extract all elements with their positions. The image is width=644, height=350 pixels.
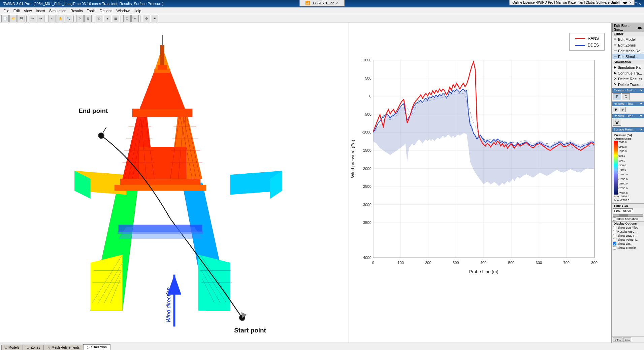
show-point-row: Show Point P... bbox=[612, 238, 644, 242]
menu-file[interactable]: File bbox=[1, 9, 11, 13]
show-log-files-checkbox[interactable] bbox=[613, 226, 616, 229]
tab-simulation[interactable]: ▷ Simulation bbox=[83, 344, 110, 350]
menu-help[interactable]: Help bbox=[132, 9, 143, 13]
eiffel-svg: Wind direction End point Start point bbox=[0, 23, 349, 343]
signal-icon: 📶 bbox=[305, 1, 310, 5]
menu-results[interactable]: Results bbox=[68, 9, 85, 13]
tb-cut[interactable]: ✂ bbox=[131, 15, 139, 22]
tb-undo[interactable]: ↩ bbox=[29, 15, 36, 22]
network-close[interactable]: ✕ bbox=[336, 1, 339, 5]
show-drag-checkbox[interactable] bbox=[613, 234, 616, 237]
results-surf-arrow: ▼ bbox=[640, 89, 643, 92]
menu-view[interactable]: View bbox=[22, 9, 34, 13]
menu-edit[interactable]: Edit bbox=[11, 9, 22, 13]
tab-mesh-icon: △ bbox=[47, 346, 50, 349]
flow-animation-checkbox[interactable] bbox=[613, 217, 616, 221]
v-btn[interactable]: V bbox=[620, 107, 626, 112]
tb-zoom[interactable]: 🔍 bbox=[65, 15, 72, 22]
show-lin-checkbox[interactable] bbox=[613, 242, 616, 245]
svg-rect-23 bbox=[132, 109, 192, 117]
app-title: RWIND 3.01 Pro - [0054_M01_Eiffel_LongTi… bbox=[3, 2, 163, 6]
edit-bar-expand[interactable]: ◀▶ bbox=[637, 26, 642, 30]
eiffel-viewport[interactable]: Wind direction End point Start point bbox=[0, 23, 349, 343]
tab-models[interactable]: □ Models bbox=[1, 345, 23, 350]
svg-text:500: 500 bbox=[365, 76, 372, 80]
edit-model-icon: ✏ bbox=[614, 37, 617, 41]
cl-btn[interactable]: Cl... bbox=[623, 338, 631, 342]
delete-results-icon: ✕ bbox=[614, 77, 617, 81]
license-bar: Online License RWIND Pro | Mahyar Kazemi… bbox=[509, 0, 635, 5]
p-icon-btn[interactable]: P bbox=[613, 93, 621, 100]
svg-text:200: 200 bbox=[425, 261, 431, 265]
tb-xray[interactable]: X bbox=[123, 15, 131, 22]
simulation-label: Simulation bbox=[612, 60, 644, 64]
scale-labels: 2000.0 1500.0 1050.0 600.0 150.0 -300.0 … bbox=[618, 141, 627, 195]
pv-buttons-row: P V bbox=[612, 106, 644, 113]
tab-models-label: Models bbox=[8, 346, 19, 349]
network-address: 172-16.0.122 bbox=[312, 1, 334, 5]
tb-rotate[interactable]: ↻ bbox=[76, 15, 84, 22]
tb-render[interactable]: ★ bbox=[151, 15, 158, 22]
tb-fit[interactable]: ⊞ bbox=[84, 15, 92, 22]
tb-solid[interactable]: ■ bbox=[104, 15, 111, 22]
tb-select[interactable]: ↖ bbox=[49, 15, 56, 22]
show-drag-label: Show Drag F... bbox=[617, 234, 637, 237]
time-step-input[interactable] bbox=[613, 208, 633, 213]
menu-simulation[interactable]: Simulation bbox=[47, 9, 68, 13]
show-transie-checkbox[interactable] bbox=[613, 246, 616, 250]
maximize-btn[interactable]: ❐ bbox=[634, 2, 638, 6]
edit-model-item[interactable]: ✏ Edit Model bbox=[612, 36, 644, 42]
svg-text:-3000: -3000 bbox=[362, 203, 371, 207]
menu-insert[interactable]: Insert bbox=[34, 9, 47, 13]
results-oth-header[interactable]: Results - Oth "... ▼ bbox=[612, 114, 644, 118]
delete-results-item[interactable]: ✕ Delete Results bbox=[612, 76, 644, 82]
menu-tools[interactable]: Tools bbox=[85, 9, 98, 13]
tab-mesh[interactable]: △ Mesh Refinements bbox=[44, 345, 83, 350]
svg-text:Probe Line (m): Probe Line (m) bbox=[469, 269, 498, 274]
close-btn[interactable]: ✕ bbox=[638, 2, 641, 6]
show-point-checkbox[interactable] bbox=[613, 238, 616, 241]
tb-new[interactable]: 📄 bbox=[1, 15, 9, 22]
tb-open[interactable]: 📂 bbox=[9, 15, 17, 22]
tb-pan[interactable]: ✋ bbox=[57, 15, 64, 22]
sim-params-item[interactable]: ▶ Simulation Pa... bbox=[612, 64, 644, 70]
tb-redo[interactable]: ↪ bbox=[37, 15, 44, 22]
menu-window[interactable]: Window bbox=[115, 9, 132, 13]
tab-models-icon: □ bbox=[5, 346, 7, 349]
results-on-c-checkbox[interactable] bbox=[613, 230, 616, 233]
svg-text:400: 400 bbox=[480, 261, 487, 265]
continue-trans-item[interactable]: ▶ Continue Tra... bbox=[612, 70, 644, 76]
edit-bar-header[interactable]: Edit Bar - Sim... ◀▶ bbox=[612, 23, 644, 32]
svg-text:-500: -500 bbox=[364, 112, 371, 116]
svg-text:-1000: -1000 bbox=[362, 130, 371, 134]
license-close[interactable]: ✕ bbox=[629, 1, 632, 4]
edit-mesh-icon: ✏ bbox=[614, 49, 617, 53]
results-oth-arrow: ▼ bbox=[640, 114, 643, 118]
tb-shaded[interactable]: ▦ bbox=[112, 15, 119, 22]
edit-btn[interactable]: Edi... bbox=[613, 338, 622, 342]
time-step-label: Time Step bbox=[612, 203, 644, 208]
edit-mesh-item[interactable]: ✏ Edit Mesh Re... bbox=[612, 48, 644, 54]
surface-press-header[interactable]: Surface Press... ▼ bbox=[612, 127, 644, 132]
edit-simul-item[interactable]: ✏ Edit Simul... bbox=[612, 54, 644, 59]
license-resize[interactable]: ◀▶ bbox=[622, 1, 628, 4]
c-icon-btn[interactable]: C bbox=[622, 93, 630, 100]
edit-zones-item[interactable]: ✏ Edit Zones bbox=[612, 42, 644, 48]
results-surf-header[interactable]: Results - Surf... ▼ bbox=[612, 88, 644, 93]
svg-text:End point: End point bbox=[78, 107, 108, 114]
legend-rans-label: RANS bbox=[588, 36, 599, 41]
delete-trans-item[interactable]: ✕ Delete Trans... bbox=[612, 82, 644, 87]
tb-wireframe[interactable]: □ bbox=[96, 15, 103, 22]
time-scrollbar[interactable] bbox=[613, 214, 643, 217]
p-btn[interactable]: P bbox=[613, 107, 619, 112]
tb-save[interactable]: 💾 bbox=[18, 15, 25, 22]
w-btn[interactable]: W bbox=[613, 119, 621, 126]
tab-zones[interactable]: ◇ Zones bbox=[23, 345, 44, 350]
surface-press-arrow: ▼ bbox=[640, 128, 643, 131]
time-step-row bbox=[612, 208, 644, 214]
left-3d-panel[interactable]: Wind direction End point Start point bbox=[0, 23, 349, 343]
menu-options[interactable]: Options bbox=[98, 9, 115, 13]
results-flow-header[interactable]: Results - Flow... ▼ bbox=[612, 101, 644, 106]
results-on-c-label: Results on C... bbox=[617, 230, 637, 233]
tb-settings[interactable]: ⚙ bbox=[143, 15, 150, 22]
